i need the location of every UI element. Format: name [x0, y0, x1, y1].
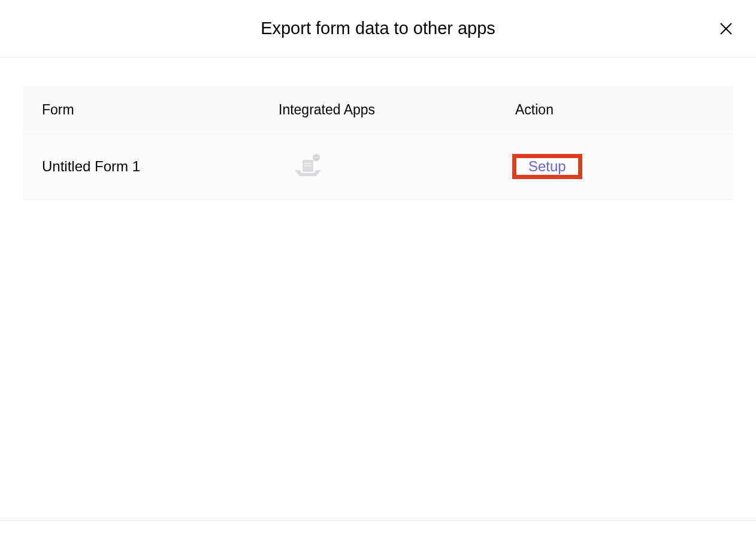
action-cell: Setup — [515, 154, 714, 179]
svg-point-6 — [314, 157, 315, 158]
setup-link[interactable]: Setup — [516, 151, 578, 181]
svg-point-7 — [316, 157, 317, 158]
dialog-content: Form Integrated Apps Action Untitled For… — [0, 57, 756, 199]
svg-point-8 — [317, 157, 319, 158]
svg-rect-3 — [304, 163, 312, 164]
svg-rect-4 — [304, 165, 312, 166]
dialog-title: Export form data to other apps — [261, 19, 495, 38]
footer-divider — [0, 520, 756, 521]
close-icon — [719, 22, 733, 36]
close-button[interactable] — [719, 22, 733, 36]
column-header-apps: Integrated Apps — [279, 102, 515, 118]
dialog-header: Export form data to other apps — [0, 0, 756, 57]
table-header-row: Form Integrated Apps Action — [23, 86, 733, 134]
column-header-action: Action — [515, 102, 714, 118]
table-row: Untitled Form 1 — [23, 134, 733, 199]
fax-icon — [294, 153, 322, 180]
column-header-form: Form — [42, 102, 279, 118]
integrated-apps-cell — [279, 153, 515, 180]
forms-table: Form Integrated Apps Action Untitled For… — [23, 86, 733, 199]
form-name-cell: Untitled Form 1 — [42, 158, 279, 175]
highlight-box: Setup — [512, 154, 582, 179]
